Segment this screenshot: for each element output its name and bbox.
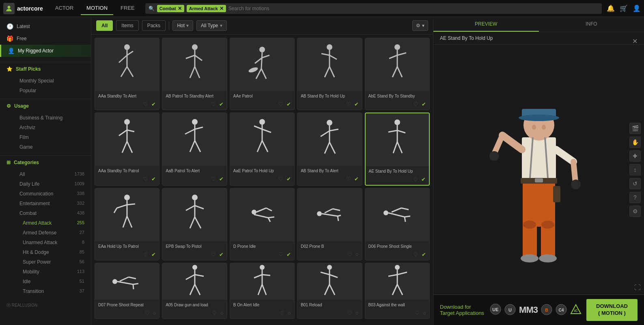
card-r2c5-like[interactable]: ♡ xyxy=(413,176,418,182)
card-r2c1-add[interactable]: ✔ xyxy=(151,176,156,182)
tag-armed-attack[interactable]: Armed Attack ✕ xyxy=(187,5,226,12)
card-r3c3-add[interactable]: ✔ xyxy=(286,251,291,258)
card-r4c3-add[interactable]: ○ xyxy=(288,310,291,316)
cat-idle[interactable]: Idle51 xyxy=(13,277,91,286)
notification-icon[interactable]: 🔔 xyxy=(607,4,615,12)
card-r2c1-like[interactable]: ♡ xyxy=(143,176,148,182)
categories-header[interactable]: ⊞ Categories xyxy=(0,157,91,168)
engine-ue-icon[interactable]: UE xyxy=(490,303,501,317)
card-r3c5-like[interactable]: ♡ xyxy=(414,251,418,258)
card-r3c1[interactable]: EAa Hold Up To Patrol ♡ ✔ xyxy=(95,188,159,260)
card-r2c3[interactable]: AaE Patrol To Hold Up ♡ ✔ xyxy=(230,113,295,186)
expand-btn[interactable]: ⛶ xyxy=(634,284,641,291)
nav-tab-motion[interactable]: MOTION xyxy=(81,2,113,15)
card-r3c2-add[interactable]: ✔ xyxy=(219,251,224,258)
cat-all[interactable]: All1738 xyxy=(13,169,91,179)
card-r4c4[interactable]: B01 Reload ♡ ○ xyxy=(297,263,362,319)
card-r4c1[interactable]: D07 Prone Shoot Repeat ♡ ○ xyxy=(95,263,159,319)
sidebar-item-archviz[interactable]: Archviz xyxy=(13,123,91,132)
tag-armed-attack-close[interactable]: ✕ xyxy=(220,6,224,11)
card-r4c1-add[interactable]: ○ xyxy=(153,310,156,316)
grid-settings-btn[interactable]: ⚙ ▾ xyxy=(412,20,428,31)
tag-combat-close[interactable]: ✕ xyxy=(178,6,182,11)
card-r3c4-like[interactable]: ♡ xyxy=(347,251,352,258)
card-r3c5-add[interactable]: ✔ xyxy=(422,251,426,258)
card-r2c2[interactable]: AaB Patrol To Alert ♡ ✔ xyxy=(162,113,227,186)
sidebar-item-free[interactable]: 🎁 Free xyxy=(0,32,91,45)
card-r4c2-add[interactable]: ○ xyxy=(220,310,224,316)
close-preview-button[interactable]: ✕ xyxy=(632,37,638,45)
user-icon[interactable]: 👤 xyxy=(633,4,641,12)
card-r3c3[interactable]: D Prone Idle ♡ ✔ xyxy=(230,188,295,260)
card-r2c3-like[interactable]: ♡ xyxy=(278,176,283,182)
sidebar-item-monthly-special[interactable]: Monthly Special xyxy=(13,76,91,86)
card-r1c2[interactable]: AB Patrol To Standby Alert ♡ ✔ xyxy=(162,38,227,110)
card-r1c1-add[interactable]: ✔ xyxy=(151,101,156,107)
card-r1c3-like[interactable]: ♡ xyxy=(278,101,283,107)
card-r2c2-add[interactable]: ✔ xyxy=(219,176,224,182)
sort-dropdown[interactable]: Hot ▾ xyxy=(172,20,193,31)
card-r2c3-add[interactable]: ✔ xyxy=(286,176,291,182)
card-r2c4-add[interactable]: ✔ xyxy=(354,176,359,182)
cart-icon[interactable]: 🛒 xyxy=(620,4,628,12)
card-r1c4-like[interactable]: ♡ xyxy=(346,101,351,107)
sidebar-item-film[interactable]: Film xyxy=(13,132,91,142)
card-r4c2-like[interactable]: ♡ xyxy=(212,310,217,316)
card-r3c4[interactable]: D02 Prone B ♡ ○ xyxy=(297,188,362,260)
preview-tool-hand[interactable]: ✋ xyxy=(629,136,641,148)
filter-btn-all[interactable]: All xyxy=(96,20,113,31)
cat-hit-dodge[interactable]: Hit & Dodge85 xyxy=(13,247,91,257)
card-r1c3-add[interactable]: ✔ xyxy=(286,101,291,107)
engine-c4d-icon[interactable]: C4 xyxy=(556,304,567,316)
card-r4c5-like[interactable]: ♡ xyxy=(415,310,420,316)
card-r1c5-add[interactable]: ✔ xyxy=(422,101,426,107)
card-r3c3-like[interactable]: ♡ xyxy=(278,251,283,258)
card-r1c2-like[interactable]: ♡ xyxy=(211,101,216,107)
engine-unity-icon[interactable]: U xyxy=(504,304,516,316)
card-r1c1-like[interactable]: ♡ xyxy=(143,101,148,107)
sidebar-item-game[interactable]: Game xyxy=(13,142,91,152)
card-r3c5[interactable]: D06 Prone Shoot Single ♡ ✔ xyxy=(365,188,430,260)
cat-armed-defense[interactable]: Armed Defense27 xyxy=(13,228,91,238)
card-r3c1-add[interactable]: ✔ xyxy=(151,251,156,258)
preview-tool-camera[interactable]: 🎬 xyxy=(629,123,641,134)
download-button[interactable]: DOWNLOAD ( MOTION ) xyxy=(586,299,638,321)
card-r1c3[interactable]: AAe Patrol ♡ ✔ xyxy=(230,38,295,110)
tab-preview[interactable]: PREVIEW xyxy=(433,17,539,32)
filter-btn-items[interactable]: Items xyxy=(116,20,138,31)
cat-unarmed-attack[interactable]: Unarmed Attack8 xyxy=(13,238,91,247)
card-r1c4-add[interactable]: ✔ xyxy=(354,101,359,107)
search-input[interactable] xyxy=(228,6,599,11)
preview-tool-help[interactable]: ? xyxy=(629,192,641,203)
cat-mobility[interactable]: Mobility113 xyxy=(13,267,91,277)
card-r3c2-like[interactable]: ♡ xyxy=(211,251,216,258)
card-r1c5-like[interactable]: ♡ xyxy=(414,101,418,107)
nav-tab-actor[interactable]: ACTOR xyxy=(50,2,79,15)
cat-super-power[interactable]: Super Power56 xyxy=(13,257,91,267)
card-r2c5-add[interactable]: ✔ xyxy=(421,176,426,182)
cat-daily-life[interactable]: Daily Life1009 xyxy=(13,179,91,189)
cat-communication[interactable]: Communication338 xyxy=(13,189,91,199)
card-r2c1[interactable]: AAa Standby To Patrol ♡ ✔ xyxy=(95,113,159,186)
staff-picks-header[interactable]: ⭐ Staff Picks xyxy=(0,64,91,74)
cat-combat[interactable]: Combat438 xyxy=(13,208,91,218)
card-r4c3[interactable]: B On Alert Idle ♡ ○ xyxy=(230,263,295,319)
cat-transition[interactable]: Transition37 xyxy=(13,286,91,296)
card-r3c1-like[interactable]: ♡ xyxy=(143,251,148,258)
usage-header[interactable]: ⚙ Usage xyxy=(0,101,91,111)
cat-armed-attack[interactable]: Armed Attack255 xyxy=(13,218,91,228)
type-dropdown[interactable]: All Type ▾ xyxy=(196,20,226,31)
card-r1c5[interactable]: AbE Stand By To Standby ♡ ✔ xyxy=(365,38,430,110)
card-r4c3-like[interactable]: ♡ xyxy=(280,310,284,316)
card-r1c2-add[interactable]: ✔ xyxy=(219,101,224,107)
card-r2c2-like[interactable]: ♡ xyxy=(211,176,216,182)
card-r2c5[interactable]: AE Stand By To Hold Up ♡ ✔ xyxy=(365,113,430,186)
preview-tool-rotate[interactable]: ↺ xyxy=(629,178,641,189)
sidebar-item-business[interactable]: Business & Training xyxy=(13,113,91,123)
sidebar-item-popular[interactable]: Popular xyxy=(13,86,91,95)
card-r4c4-like[interactable]: ♡ xyxy=(347,310,352,316)
tag-combat[interactable]: Combat ✕ xyxy=(157,5,184,12)
card-r4c4-add[interactable]: ○ xyxy=(355,310,359,316)
card-r4c1-like[interactable]: ♡ xyxy=(145,310,150,316)
filter-btn-packs[interactable]: Packs xyxy=(142,20,166,31)
